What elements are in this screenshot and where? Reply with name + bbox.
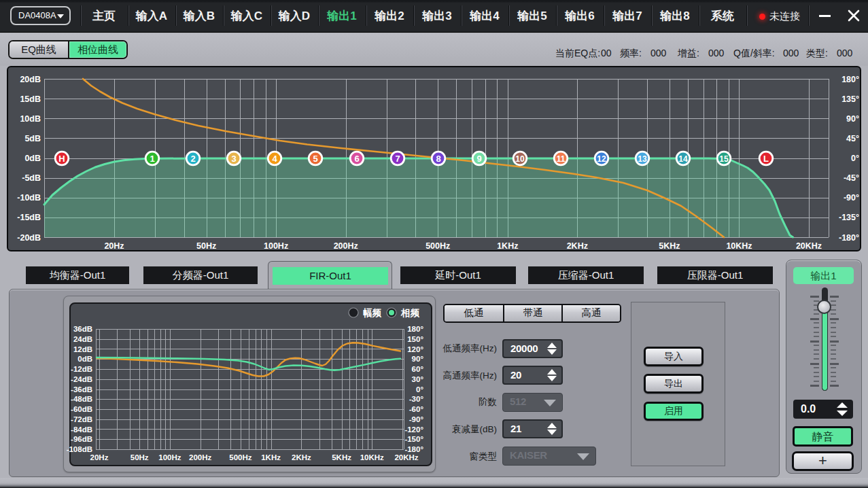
svg-text:90°: 90° [846,114,859,124]
svg-text:100Hz: 100Hz [264,241,288,251]
svg-text:10dB: 10dB [20,114,41,124]
svg-text:14: 14 [678,154,688,164]
svg-text:0°: 0° [416,385,423,394]
svg-text:相频: 相频 [400,308,420,318]
svg-text:12dB: 12dB [73,345,92,353]
svg-text:L: L [763,154,769,164]
svg-text:20dB: 20dB [20,75,41,84]
svg-text:H: H [58,154,65,164]
svg-text:5KHz: 5KHz [332,453,351,461]
svg-text:500Hz: 500Hz [426,241,450,251]
svg-text:2KHz: 2KHz [567,241,588,251]
svg-text:-90°: -90° [844,193,859,203]
svg-text:10KHz: 10KHz [726,241,752,251]
svg-text:-10dB: -10dB [17,193,41,203]
svg-text:90°: 90° [412,355,424,363]
svg-text:-36dB: -36dB [71,385,92,394]
svg-text:180°: 180° [841,75,859,84]
svg-text:500Hz: 500Hz [229,453,251,461]
svg-text:9: 9 [476,154,481,164]
svg-text:1: 1 [150,154,154,164]
svg-text:45°: 45° [846,134,859,143]
svg-text:50Hz: 50Hz [196,241,216,251]
svg-text:-5dB: -5dB [22,173,41,183]
svg-text:180°: 180° [407,325,423,333]
svg-text:-15dB: -15dB [17,213,41,222]
svg-text:-150°: -150° [404,435,423,443]
svg-text:4: 4 [272,154,277,164]
svg-text:200Hz: 200Hz [334,241,358,251]
svg-text:20Hz: 20Hz [104,241,124,251]
svg-text:5KHz: 5KHz [659,241,680,251]
svg-text:10: 10 [515,154,525,164]
svg-text:-180°: -180° [839,233,859,243]
svg-text:2: 2 [190,154,195,164]
svg-text:-96dB: -96dB [71,435,92,443]
svg-text:-60dB: -60dB [71,405,92,413]
svg-text:200Hz: 200Hz [189,453,211,461]
svg-text:6: 6 [354,154,359,164]
svg-text:7: 7 [395,154,400,164]
svg-text:0°: 0° [851,154,859,163]
svg-text:-84dB: -84dB [71,425,92,434]
svg-text:20Hz: 20Hz [90,453,109,461]
svg-text:15dB: 15dB [20,94,41,104]
svg-text:24dB: 24dB [73,335,92,343]
svg-text:-72dB: -72dB [71,415,92,423]
svg-text:20KHz: 20KHz [796,241,822,251]
svg-text:-135°: -135° [839,213,859,222]
svg-text:0dB: 0dB [77,355,92,363]
svg-text:11: 11 [557,154,566,164]
svg-text:12: 12 [597,154,606,164]
svg-text:100Hz: 100Hz [158,453,181,461]
svg-text:3: 3 [231,154,236,164]
svg-text:13: 13 [638,154,647,164]
svg-text:2KHz: 2KHz [292,453,311,461]
svg-text:-24dB: -24dB [71,375,92,383]
svg-text:50Hz: 50Hz [131,453,149,461]
svg-text:-20dB: -20dB [17,233,41,243]
svg-text:36dB: 36dB [73,325,92,333]
svg-text:-48dB: -48dB [71,395,92,403]
svg-text:150°: 150° [407,335,423,343]
svg-text:135°: 135° [841,94,859,104]
svg-text:1KHz: 1KHz [261,453,281,461]
svg-text:-90°: -90° [409,415,424,423]
svg-text:-12dB: -12dB [71,365,92,373]
svg-text:8: 8 [436,154,440,164]
svg-text:幅频: 幅频 [363,308,382,318]
svg-text:5: 5 [313,154,317,164]
svg-text:10KHz: 10KHz [360,453,384,461]
svg-text:-45°: -45° [844,173,859,183]
svg-text:5dB: 5dB [24,134,41,143]
svg-text:1KHz: 1KHz [497,241,518,251]
svg-text:15: 15 [719,154,729,164]
svg-text:0dB: 0dB [24,154,41,163]
svg-text:-108dB: -108dB [67,445,92,453]
